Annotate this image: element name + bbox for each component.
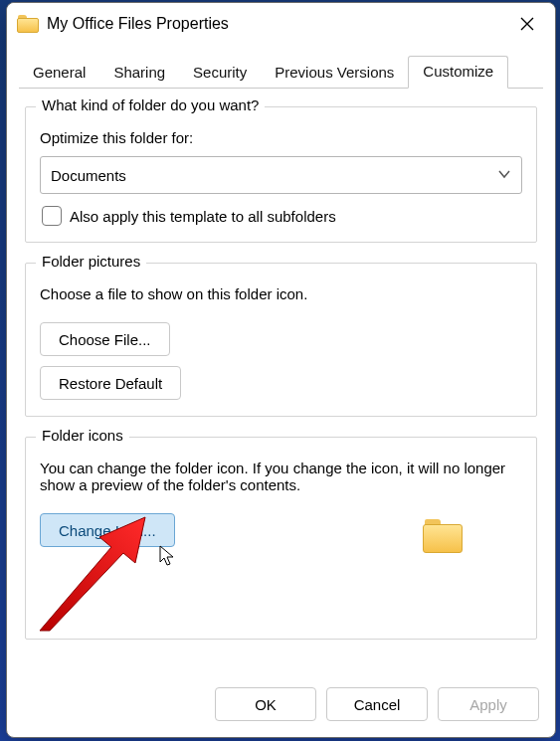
choose-file-button[interactable]: Choose File... — [40, 322, 170, 356]
tab-content-customize: What kind of folder do you want? Optimiz… — [7, 89, 555, 675]
group-folder-kind: What kind of folder do you want? Optimiz… — [25, 106, 537, 243]
folder-icons-desc: You can change the folder icon. If you c… — [40, 460, 522, 493]
subfolders-label: Also apply this template to all subfolde… — [70, 208, 336, 225]
subfolders-row[interactable]: Also apply this template to all subfolde… — [42, 206, 522, 226]
optimize-label: Optimize this folder for: — [40, 129, 522, 146]
group-folder-icons: Folder icons You can change the folder i… — [25, 437, 537, 640]
ok-button[interactable]: OK — [215, 687, 316, 721]
group-folder-pictures-legend: Folder pictures — [36, 253, 146, 270]
folder-pictures-desc: Choose a file to show on this folder ico… — [40, 285, 522, 302]
close-icon — [520, 17, 534, 31]
properties-dialog: My Office Files Properties General Shari… — [6, 2, 556, 738]
tab-general[interactable]: General — [19, 58, 99, 89]
tab-security[interactable]: Security — [179, 58, 261, 89]
cancel-button[interactable]: Cancel — [326, 687, 428, 721]
tab-sharing[interactable]: Sharing — [99, 58, 179, 89]
change-icon-button[interactable]: Change Icon... — [40, 513, 175, 547]
folder-icon — [17, 15, 39, 33]
chevron-down-icon — [497, 167, 511, 184]
dialog-buttonbar: OK Cancel Apply — [7, 675, 555, 737]
group-folder-pictures: Folder pictures Choose a file to show on… — [25, 263, 537, 417]
tab-customize[interactable]: Customize — [408, 56, 508, 89]
folder-icon-preview — [423, 519, 463, 553]
optimize-select[interactable]: Documents — [40, 156, 522, 194]
close-button[interactable] — [507, 8, 547, 40]
optimize-select-value: Documents — [51, 167, 126, 184]
tabstrip: General Sharing Security Previous Versio… — [7, 45, 555, 89]
group-folder-kind-legend: What kind of folder do you want? — [36, 96, 265, 113]
window-title: My Office Files Properties — [47, 15, 229, 33]
restore-default-button[interactable]: Restore Default — [40, 366, 181, 400]
group-folder-icons-legend: Folder icons — [36, 427, 129, 444]
titlebar: My Office Files Properties — [7, 3, 555, 45]
tab-previous-versions[interactable]: Previous Versions — [261, 58, 408, 89]
apply-button[interactable]: Apply — [438, 687, 539, 721]
subfolders-checkbox[interactable] — [42, 206, 62, 226]
